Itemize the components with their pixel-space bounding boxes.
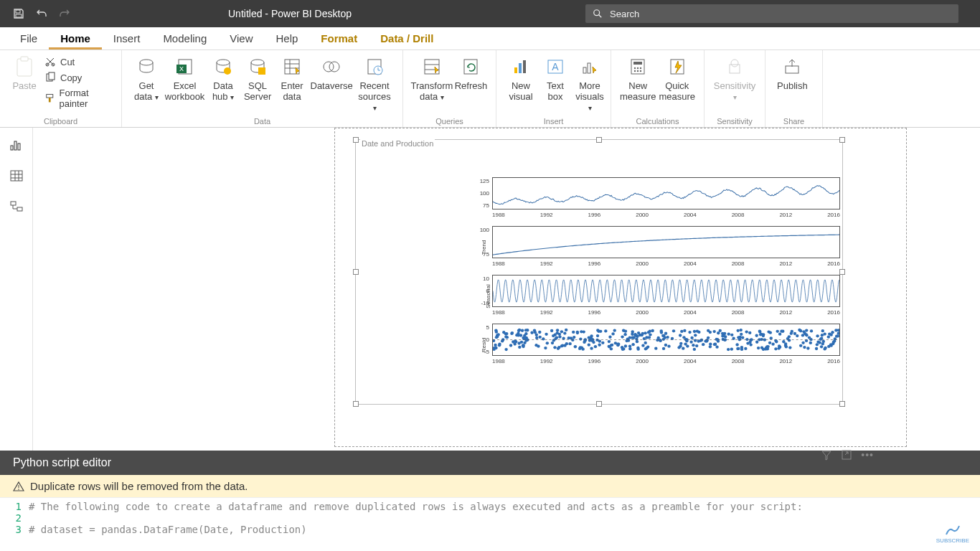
more-visuals-button[interactable]: More visuals ▾ xyxy=(573,55,607,113)
svg-point-336 xyxy=(617,342,620,345)
python-visual[interactable]: Date and Production 12510075 19881992199… xyxy=(355,139,843,405)
svg-point-16 xyxy=(224,67,231,75)
svg-point-263 xyxy=(515,334,518,336)
tab-format[interactable]: Format xyxy=(309,27,369,50)
excel-workbook-button[interactable]: XExcel workbook xyxy=(164,55,206,102)
model-view-icon[interactable] xyxy=(9,199,24,215)
publish-button[interactable]: Publish xyxy=(773,55,812,91)
tab-data-drill[interactable]: Data / Drill xyxy=(369,27,445,50)
save-icon[interactable] xyxy=(13,8,24,19)
svg-point-62 xyxy=(662,347,665,350)
svg-rect-33 xyxy=(523,60,526,73)
svg-rect-50 xyxy=(11,146,13,150)
tab-help[interactable]: Help xyxy=(265,27,310,50)
svg-point-190 xyxy=(526,329,529,331)
svg-point-338 xyxy=(598,340,601,343)
svg-point-219 xyxy=(821,342,824,345)
svg-point-240 xyxy=(739,329,742,331)
svg-point-11 xyxy=(140,60,153,65)
svg-point-376 xyxy=(556,329,559,331)
svg-point-184 xyxy=(537,345,540,348)
svg-point-281 xyxy=(689,341,692,344)
data-view-icon[interactable] xyxy=(9,168,24,184)
svg-point-248 xyxy=(579,337,582,340)
text-box-button[interactable]: AText box xyxy=(538,55,573,102)
quick-measure-button[interactable]: Quick measure xyxy=(658,55,697,102)
svg-point-130 xyxy=(680,330,683,333)
svg-point-410 xyxy=(522,344,524,347)
calculations-group-label: Calculations xyxy=(611,117,704,127)
svg-point-255 xyxy=(639,334,641,336)
svg-point-159 xyxy=(695,344,698,347)
svg-point-345 xyxy=(679,334,682,336)
tab-insert[interactable]: Insert xyxy=(102,27,152,50)
paste-button[interactable]: Paste xyxy=(7,55,42,91)
svg-point-252 xyxy=(745,330,748,333)
data-hub-button[interactable]: Data hub ▾ xyxy=(206,55,240,103)
tab-view[interactable]: View xyxy=(218,27,264,50)
svg-point-237 xyxy=(770,336,773,339)
dataverse-button[interactable]: Dataverse xyxy=(309,55,354,91)
svg-point-352 xyxy=(596,334,599,337)
sensitivity-button[interactable]: Sensitivity▾ xyxy=(712,55,758,103)
svg-point-85 xyxy=(735,343,738,346)
cut-button[interactable]: Cut xyxy=(44,56,114,67)
svg-rect-59 xyxy=(17,207,22,211)
svg-point-278 xyxy=(613,329,616,332)
tab-home[interactable]: Home xyxy=(49,27,102,50)
svg-point-290 xyxy=(576,331,579,334)
svg-point-373 xyxy=(737,347,740,350)
svg-point-372 xyxy=(628,336,631,339)
svg-point-245 xyxy=(502,331,505,334)
svg-point-309 xyxy=(565,329,567,331)
svg-point-154 xyxy=(556,331,559,334)
redo-icon[interactable] xyxy=(59,8,70,19)
svg-point-382 xyxy=(686,344,689,347)
report-view-icon[interactable] xyxy=(9,136,24,152)
copy-button[interactable]: Copy xyxy=(44,72,114,83)
transform-data-button[interactable]: Transform data ▾ xyxy=(410,55,453,103)
svg-point-370 xyxy=(816,341,819,344)
svg-point-98 xyxy=(545,333,547,336)
undo-icon[interactable] xyxy=(36,8,47,19)
filter-icon[interactable] xyxy=(821,449,832,463)
svg-point-86 xyxy=(694,339,697,342)
svg-point-225 xyxy=(563,331,566,334)
svg-point-116 xyxy=(679,342,682,345)
focus-mode-icon[interactable] xyxy=(841,449,852,463)
svg-point-87 xyxy=(730,334,733,336)
format-painter-button[interactable]: Format painter xyxy=(44,88,114,109)
search-placeholder: Search xyxy=(610,9,639,19)
enter-data-button[interactable]: Enter data xyxy=(275,55,309,102)
new-visual-button[interactable]: New visual xyxy=(504,55,538,102)
sensitivity-group-label: Sensitivity xyxy=(705,117,765,127)
svg-point-346 xyxy=(774,347,777,350)
new-measure-button[interactable]: New measure xyxy=(618,55,658,102)
svg-rect-47 xyxy=(730,65,740,73)
svg-point-254 xyxy=(737,329,740,332)
svg-rect-27 xyxy=(425,60,439,74)
search-box[interactable]: Search xyxy=(585,4,958,23)
data-group-label: Data xyxy=(122,117,402,127)
svg-point-432 xyxy=(611,332,614,335)
tab-file[interactable]: File xyxy=(9,27,49,50)
more-options-icon[interactable]: ••• xyxy=(861,449,874,463)
svg-point-214 xyxy=(562,337,565,340)
svg-point-149 xyxy=(827,336,830,339)
svg-point-424 xyxy=(801,342,804,344)
refresh-button[interactable]: Refresh xyxy=(453,55,489,91)
svg-point-413 xyxy=(682,336,685,339)
svg-point-426 xyxy=(677,346,680,349)
sql-server-button[interactable]: SQL Server xyxy=(240,55,275,102)
get-data-button[interactable]: Get data ▾ xyxy=(129,55,164,103)
svg-point-327 xyxy=(768,342,771,344)
svg-point-339 xyxy=(517,342,520,344)
tab-modeling[interactable]: Modeling xyxy=(151,27,218,50)
svg-point-418 xyxy=(624,329,627,332)
svg-point-350 xyxy=(509,344,512,347)
svg-point-224 xyxy=(810,329,813,332)
python-code-area[interactable]: 1# The following code to create a datafr… xyxy=(0,498,980,538)
svg-point-171 xyxy=(641,332,644,335)
report-canvas[interactable]: Date and Production 12510075 19881992199… xyxy=(33,128,980,451)
recent-sources-button[interactable]: Recent sources ▾ xyxy=(354,55,395,113)
